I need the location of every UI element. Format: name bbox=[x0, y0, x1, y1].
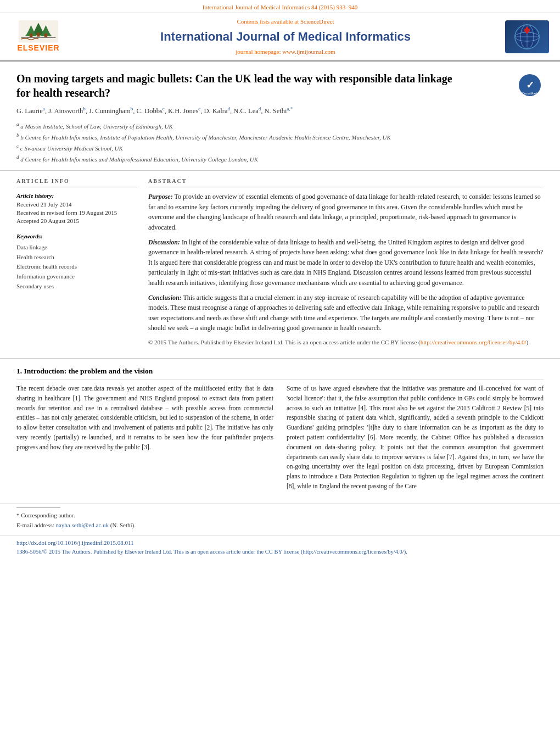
affiliation-d: d d Centre for Health Informatics and Mu… bbox=[16, 154, 544, 164]
crossmark-logo[interactable]: ✓ CrossMark bbox=[516, 71, 544, 99]
keyword-5: Secondary uses bbox=[16, 282, 137, 292]
section-1-right-col: Some of us have argued elsewhere that th… bbox=[287, 384, 544, 496]
footnotes-section: * Corresponding author. E-mail address: … bbox=[0, 504, 560, 535]
elsevier-logo: ELSEVIER bbox=[11, 20, 66, 53]
section-1-left-col: The recent debacle over care.data reveal… bbox=[16, 384, 273, 496]
keyword-1: Data linkage bbox=[16, 243, 137, 253]
section-1-heading: 1. Introduction: the problem and the vis… bbox=[16, 366, 544, 380]
purpose-label: Purpose: bbox=[148, 193, 173, 200]
article-history-label: Article history: bbox=[16, 192, 137, 200]
body-section-1: 1. Introduction: the problem and the vis… bbox=[0, 359, 560, 504]
article-title: On moving targets and magic bullets: Can… bbox=[16, 71, 467, 100]
journal-homepage: journal homepage: www.ijmijournal.com bbox=[66, 48, 505, 56]
keyword-2: Health research bbox=[16, 253, 137, 263]
svg-text:✓: ✓ bbox=[526, 80, 534, 91]
journal-logo-right bbox=[505, 20, 549, 53]
received-date: Received 21 July 2014 bbox=[16, 200, 137, 209]
section-1-left-text: The recent debacle over care.data reveal… bbox=[16, 384, 273, 453]
svg-text:CrossMark: CrossMark bbox=[522, 92, 538, 95]
journal-center: Contents lists available at ScienceDirec… bbox=[66, 18, 505, 56]
accepted-date: Accepted 20 August 2015 bbox=[16, 217, 137, 225]
article-info-label: ARTICLE INFO bbox=[16, 177, 137, 187]
copyright-line: © 2015 The Authors. Published by Elsevie… bbox=[148, 338, 544, 347]
svg-rect-7 bbox=[37, 33, 40, 37]
elsevier-brand-text: ELSEVIER bbox=[17, 43, 59, 54]
affiliations: a a Mason Institute, School of Law, Univ… bbox=[16, 121, 544, 164]
abstract-label: ABSTRACT bbox=[148, 177, 544, 187]
section-1-body-cols: The recent debacle over care.data reveal… bbox=[16, 384, 544, 496]
corresponding-author-note: * Corresponding author. bbox=[16, 511, 544, 520]
journal-header: ELSEVIER Contents lists available at Sci… bbox=[0, 13, 560, 62]
article-footer: http://dx.doi.org/10.1016/j.ijmedinf.201… bbox=[0, 535, 560, 560]
keywords-label: Keywords: bbox=[16, 232, 137, 241]
abstract-text: Purpose: To provide an overview of essen… bbox=[148, 192, 544, 347]
abstract-col: ABSTRACT Purpose: To provide an overview… bbox=[148, 177, 544, 352]
keyword-3: Electronic health records bbox=[16, 262, 137, 272]
keyword-4: Information governance bbox=[16, 272, 137, 282]
conclusion-label: Conclusion: bbox=[148, 294, 182, 302]
article-title-row: On moving targets and magic bullets: Can… bbox=[16, 71, 544, 100]
license-line: 1386-5056/© 2015 The Authors. Published … bbox=[16, 548, 544, 556]
article-history: Article history: Received 21 July 2014 R… bbox=[16, 192, 137, 226]
authors-line: G. Lauriea, J. Ainsworthb, J. Cunningham… bbox=[16, 105, 544, 116]
discussion-label: Discussion: bbox=[148, 238, 180, 246]
svg-rect-18 bbox=[526, 27, 528, 34]
affiliation-a: a a Mason Institute, School of Law, Univ… bbox=[16, 121, 544, 131]
abstract-conclusion: Conclusion: This article suggests that a… bbox=[148, 293, 544, 333]
keywords-group: Keywords: Data linkage Health research E… bbox=[16, 232, 137, 291]
abstract-discussion: Discussion: In light of the considerable… bbox=[148, 237, 544, 288]
svg-rect-8 bbox=[30, 34, 32, 37]
svg-rect-9 bbox=[44, 34, 47, 37]
doi-line[interactable]: http://dx.doi.org/10.1016/j.ijmedinf.201… bbox=[16, 539, 544, 547]
article-info-col: ARTICLE INFO Article history: Received 2… bbox=[16, 177, 137, 352]
abstract-purpose: Purpose: To provide an overview of essen… bbox=[148, 192, 544, 232]
article-header: On moving targets and magic bullets: Can… bbox=[0, 62, 560, 171]
affiliation-c: c c Swansea University Medical School, U… bbox=[16, 143, 544, 153]
section-1-right-text: Some of us have argued elsewhere that th… bbox=[287, 384, 544, 492]
revised-date: Received in revised form 19 August 2015 bbox=[16, 209, 137, 217]
info-abstract-section: ARTICLE INFO Article history: Received 2… bbox=[0, 171, 560, 359]
email-line: E-mail address: nayha.sethi@ed.ac.uk (N.… bbox=[16, 521, 544, 529]
author-email[interactable]: nayha.sethi@ed.ac.uk bbox=[55, 522, 109, 528]
journal-title: International Journal of Medical Informa… bbox=[66, 29, 505, 46]
sciencedirect-line: Contents lists available at ScienceDirec… bbox=[66, 18, 505, 26]
journal-reference: International Journal of Medical Informa… bbox=[0, 0, 560, 13]
affiliation-b: b b Centre for Health Informatics, Insti… bbox=[16, 132, 544, 142]
